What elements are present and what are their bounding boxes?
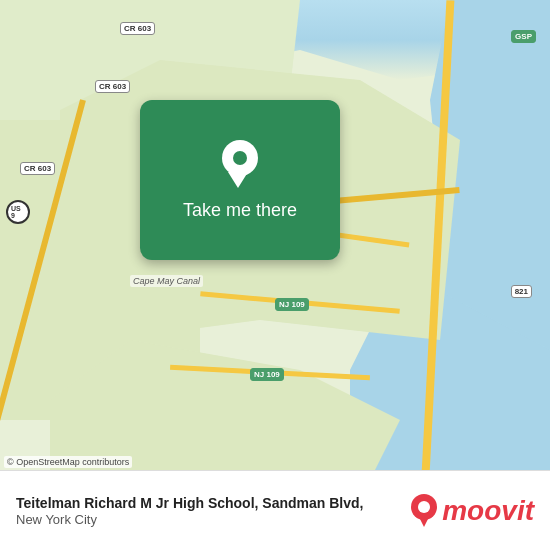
moovit-logo: moovit (410, 493, 534, 529)
moovit-logo-text: moovit (442, 495, 534, 527)
bottom-bar: Teitelman Richard M Jr High School, Sand… (0, 470, 550, 550)
badge-nj109-mid2: NJ 109 (250, 368, 284, 381)
badge-821: 821 (511, 285, 532, 298)
cape-may-canal-label: Cape May Canal (130, 275, 203, 287)
take-me-there-button[interactable]: Take me there (140, 100, 340, 260)
location-info: Teitelman Richard M Jr High School, Sand… (16, 494, 398, 527)
badge-cr603-top: CR 603 (120, 22, 155, 35)
moovit-pin-icon (410, 493, 438, 529)
osm-attribution: © OpenStreetMap contributors (4, 456, 132, 468)
map-pin-icon (220, 140, 260, 188)
map-pin-circle (222, 140, 258, 176)
svg-marker-2 (418, 515, 430, 527)
badge-cr603-mid: CR 603 (95, 80, 130, 93)
map-pin-tail (228, 172, 248, 188)
map-pin-inner (233, 151, 247, 165)
badge-us9: US 9 (6, 200, 30, 224)
badge-gsp: GSP (511, 30, 536, 43)
location-name: Teitelman Richard M Jr High School, Sand… (16, 494, 398, 512)
location-city: New York City (16, 512, 398, 527)
take-me-there-label: Take me there (183, 200, 297, 221)
map-container: CR 603 CR 603 CR 603 US 9 NJ 109 NJ 109 … (0, 0, 550, 550)
svg-point-1 (418, 501, 430, 513)
badge-nj109-mid1: NJ 109 (275, 298, 309, 311)
badge-cr603-left: CR 603 (20, 162, 55, 175)
